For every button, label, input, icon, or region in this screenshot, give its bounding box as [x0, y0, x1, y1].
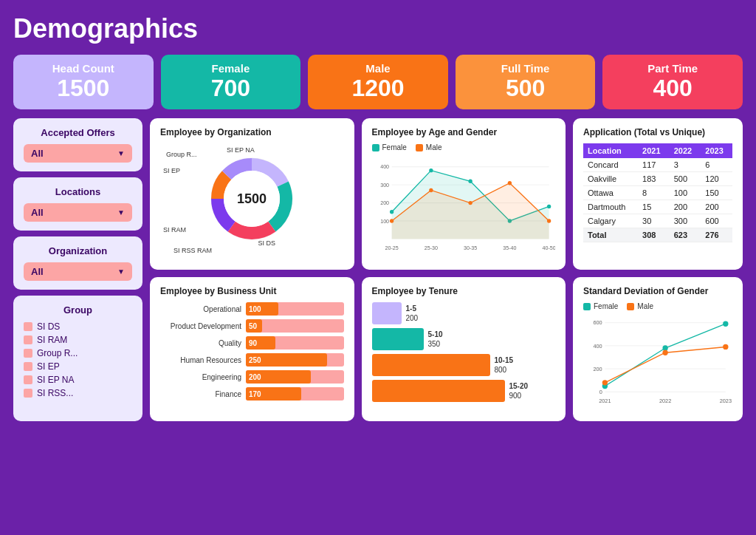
kpi-female: Female 700 — [161, 55, 301, 109]
group-title: Group — [24, 304, 132, 316]
kpi-male-value: 1200 — [351, 75, 404, 102]
group-color-dot — [24, 375, 32, 384]
application-table-body: Concard11736Oakville183500120Ottawa81001… — [583, 158, 732, 242]
svg-text:2023: 2023 — [720, 398, 732, 404]
table-row: Concard11736 — [583, 158, 732, 172]
kpi-parttime: Part Time 400 — [602, 55, 743, 109]
kpi-fulltime-label: Full Time — [501, 62, 550, 75]
bar-label: Human Resources — [160, 356, 241, 364]
svg-text:40-50: 40-50 — [542, 245, 555, 251]
org-chart-card: Employee by Organization 1500 SI EP NA S… — [150, 118, 354, 270]
col-2023: 2023 — [701, 143, 732, 158]
main-grid: Accepted Offers All ▼ Locations All ▼ Or… — [13, 118, 743, 421]
bar-row: Product Development 50 — [160, 319, 344, 333]
tenure-chart-title: Employee by Tenure — [372, 286, 556, 296]
group-color-dot — [24, 389, 32, 398]
locations-dropdown[interactable]: All ▼ — [24, 203, 132, 222]
col-location: Location — [583, 143, 638, 158]
bar-fill: 90 — [246, 336, 275, 350]
business-unit-chart-card: Employee by Business Unit Operational 10… — [150, 277, 354, 421]
svg-point-35 — [723, 321, 728, 327]
accepted-offers-card: Accepted Offers All ▼ — [13, 118, 142, 171]
col-2021: 2021 — [638, 143, 670, 158]
std-dev-legend: Female Male — [583, 302, 732, 310]
bar-track: 170 — [246, 387, 344, 401]
bar-fill: 250 — [246, 353, 327, 367]
sidebar: Accepted Offers All ▼ Locations All ▼ Or… — [13, 118, 142, 421]
locations-title: Locations — [24, 186, 132, 197]
organization-dropdown[interactable]: All ▼ — [24, 262, 132, 281]
tenure-info: 1-5200 — [406, 304, 419, 323]
svg-text:30-35: 30-35 — [464, 245, 477, 251]
group-list-item: SI RAM — [24, 335, 132, 345]
bar-track: 90 — [246, 336, 344, 350]
bar-label: Product Development — [160, 322, 241, 330]
svg-text:25-30: 25-30 — [424, 245, 437, 251]
male-legend-dot — [416, 144, 423, 151]
svg-point-18 — [507, 181, 511, 185]
kpi-female-label: Female — [212, 62, 250, 75]
tenure-row: 5-10350 — [372, 328, 556, 350]
svg-text:20-25: 20-25 — [385, 245, 398, 251]
svg-point-16 — [429, 188, 433, 192]
group-items: SI DS SI RAM Group R... SI EP SI EP NA S… — [24, 321, 132, 398]
bar-fill: 50 — [246, 319, 262, 333]
group-list-item: SI DS — [24, 321, 132, 332]
kpi-headcount: Head Count 1500 — [13, 55, 154, 109]
age-gender-legend: Female Male — [372, 143, 556, 151]
donut-legend-siram: SI RAM — [163, 226, 186, 234]
bar-fill: 170 — [246, 387, 301, 401]
legend-male: Male — [416, 143, 442, 151]
svg-point-17 — [468, 201, 472, 205]
svg-text:100: 100 — [380, 219, 389, 225]
svg-text:35-40: 35-40 — [503, 245, 516, 251]
group-color-dot — [24, 362, 32, 371]
bar-row: Engineering 200 — [160, 370, 344, 384]
svg-text:600: 600 — [593, 319, 602, 326]
tenure-chart-card: Employee by Tenure 1-5200 5-10350 10-158… — [362, 277, 566, 421]
group-color-dot — [24, 322, 32, 331]
std-male-dot — [627, 303, 634, 310]
table-row: Dartmouth15200200 — [583, 200, 732, 214]
svg-point-12 — [468, 180, 472, 183]
kpi-fulltime-value: 500 — [506, 75, 545, 102]
std-female-dot — [583, 303, 591, 310]
group-list-item: SI EP — [24, 361, 132, 372]
svg-point-11 — [429, 168, 433, 172]
page-title: Demographics — [13, 13, 743, 44]
kpi-female-value: 700 — [211, 75, 250, 102]
tenure-row: 10-15800 — [372, 354, 556, 376]
org-chart-title: Employee by Organization — [160, 127, 344, 137]
group-list-item: Group R... — [24, 348, 132, 358]
kpi-parttime-label: Part Time — [647, 62, 698, 75]
application-table-card: Application (Total vs Unique) Location 2… — [573, 118, 743, 270]
bar-row: Finance 170 — [160, 387, 344, 401]
bar-row: Human Resources 250 — [160, 353, 344, 367]
chevron-down-icon: ▼ — [117, 268, 125, 276]
std-legend-male: Male — [627, 302, 653, 310]
donut-svg: 1500 — [193, 140, 311, 258]
chevron-down-icon: ▼ — [117, 149, 125, 157]
organization-title: Organization — [24, 245, 132, 256]
svg-point-15 — [389, 219, 393, 222]
bar-track: 100 — [246, 302, 344, 316]
tenure-row: 1-5200 — [372, 302, 556, 324]
std-legend-female: Female — [583, 302, 618, 310]
accepted-offers-dropdown[interactable]: All ▼ — [24, 144, 132, 163]
bar-track: 250 — [246, 353, 344, 367]
bar-track: 200 — [246, 370, 344, 384]
tenure-row: 15-20900 — [372, 380, 556, 402]
kpi-male-label: Male — [365, 62, 390, 75]
col-2022: 2022 — [670, 143, 701, 158]
legend-female: Female — [372, 143, 407, 151]
donut-legend-siep: SI EP — [163, 167, 180, 174]
std-dev-title: Standard Deviation of Gender — [583, 286, 732, 296]
age-gender-title: Employee by Age and Gender — [372, 127, 556, 137]
bar-track: 50 — [246, 319, 344, 333]
svg-point-19 — [546, 219, 550, 222]
tenure-bar — [372, 380, 505, 402]
svg-point-10 — [389, 210, 393, 214]
bar-row: Operational 100 — [160, 302, 344, 316]
table-row: Ottawa8100150 — [583, 186, 732, 200]
svg-text:0: 0 — [599, 389, 602, 395]
